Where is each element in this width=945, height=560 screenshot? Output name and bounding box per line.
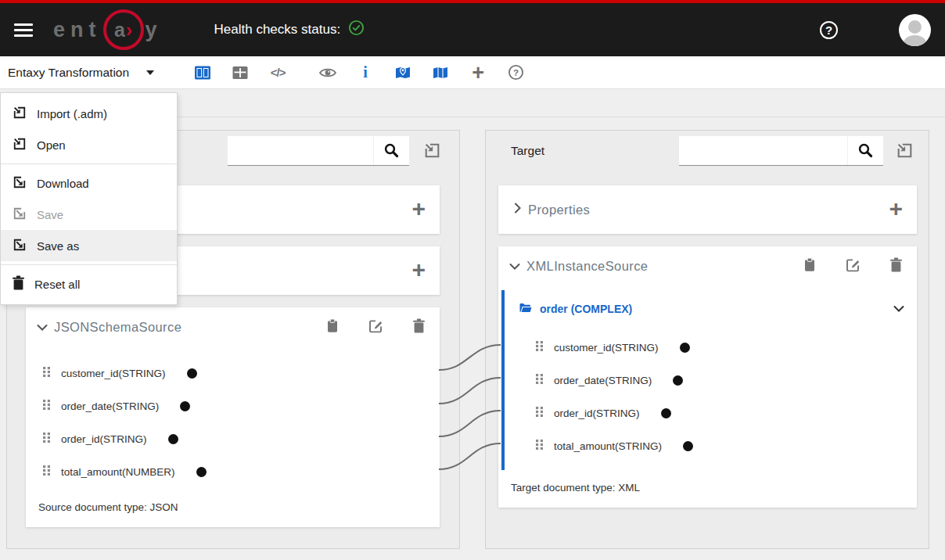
target-search-input[interactable] — [679, 136, 847, 165]
drag-handle-icon[interactable] — [534, 340, 544, 355]
root-node-label: order (COMPLEX) — [540, 303, 632, 315]
field-label: customer_id(STRING) — [554, 342, 659, 354]
help-icon[interactable]: ? — [506, 63, 525, 82]
mapping-anchor-dot[interactable] — [683, 441, 693, 451]
mapping-anchor-dot[interactable] — [168, 434, 178, 444]
menu-item-save: Save — [1, 199, 177, 230]
drag-handle-icon[interactable] — [41, 465, 52, 479]
field-label: customer_id(STRING) — [61, 368, 166, 379]
map-icon[interactable] — [431, 63, 450, 82]
user-avatar[interactable] — [899, 14, 931, 46]
export-icon — [12, 237, 27, 255]
target-properties-section[interactable]: Properties + — [498, 185, 917, 234]
preview-eye-icon[interactable] — [318, 63, 337, 82]
menu-item-download[interactable]: Download — [1, 167, 177, 199]
target-import-icon[interactable] — [895, 141, 914, 163]
folder-open-icon — [519, 302, 532, 317]
field-label: order_id(STRING) — [554, 407, 640, 419]
transformation-toolbar: Entaxy Transformation </> i + ? — [0, 56, 945, 89]
chevron-down-icon[interactable] — [893, 302, 904, 316]
target-field-row[interactable]: total_amount(STRING) — [534, 436, 693, 455]
target-field-row[interactable]: order_date(STRING) — [534, 371, 683, 389]
mapping-anchor-dot[interactable] — [661, 408, 671, 418]
delete-icon[interactable] — [889, 257, 903, 275]
mapping-anchor-dot[interactable] — [680, 343, 690, 353]
import-icon — [12, 105, 27, 123]
copy-clipboard-icon[interactable] — [325, 318, 340, 336]
add-field-icon[interactable]: + — [411, 197, 426, 221]
source-field-row[interactable]: total_amount(NUMBER) — [41, 462, 207, 481]
drag-handle-icon[interactable] — [41, 432, 52, 447]
mapping-anchor-dot[interactable] — [196, 467, 207, 477]
map-marker-icon[interactable] — [393, 63, 412, 82]
target-field-row[interactable]: order_id(STRING) — [534, 404, 671, 422]
copy-clipboard-icon[interactable] — [803, 257, 817, 275]
drag-handle-icon[interactable] — [534, 373, 544, 388]
chevron-down-icon — [146, 70, 154, 75]
source-search-button[interactable] — [373, 136, 409, 165]
target-panel-title: Target — [511, 144, 544, 158]
columns-view-icon[interactable] — [193, 63, 212, 82]
trash-icon — [12, 275, 25, 293]
drag-handle-icon[interactable] — [41, 366, 52, 381]
logo-ring-icon: a› — [103, 9, 144, 50]
menu-item-import[interactable]: Import (.adm) — [1, 98, 177, 129]
mapping-anchor-dot[interactable] — [673, 375, 683, 386]
target-field-row[interactable]: customer_id(STRING) — [534, 338, 690, 357]
mapping-anchor-dot[interactable] — [180, 401, 190, 411]
drag-handle-icon[interactable] — [41, 399, 52, 414]
field-label: total_amount(STRING) — [554, 440, 662, 452]
import-icon — [12, 136, 27, 154]
field-label: total_amount(NUMBER) — [61, 466, 175, 478]
target-panel: Target Properties + — [485, 130, 929, 549]
target-search-button[interactable] — [847, 136, 883, 165]
info-icon[interactable]: i — [356, 63, 375, 82]
menu-item-save-as[interactable]: Save as — [1, 230, 177, 261]
table-view-icon[interactable] — [231, 63, 250, 82]
entaxy-logo: ent a› y — [53, 9, 163, 50]
edit-icon[interactable] — [368, 318, 383, 336]
logo-text: ent — [53, 20, 102, 41]
target-panel-header: Target — [486, 131, 929, 171]
source-field-row[interactable]: order_id(STRING) — [41, 429, 178, 448]
app-header: ent a› y Health checks status: ? — [0, 3, 945, 56]
menu-item-reset-all[interactable]: Reset all — [1, 268, 177, 300]
menu-item-open[interactable]: Open — [1, 129, 177, 160]
mapping-anchor-dot[interactable] — [187, 368, 197, 379]
add-icon[interactable]: + — [469, 63, 487, 82]
field-label: order_id(STRING) — [61, 433, 147, 445]
project-dropdown-menu: Import (.adm) Open Download Save Save as… — [0, 92, 178, 305]
delete-icon[interactable] — [412, 318, 426, 336]
menu-divider — [1, 264, 177, 265]
root-node-row[interactable]: order (COMPLEX) — [519, 300, 904, 318]
chevron-right-icon[interactable] — [514, 203, 522, 217]
field-label: order_date(STRING) — [61, 400, 159, 412]
hamburger-menu-icon[interactable] — [14, 20, 33, 40]
header-help-icon[interactable]: ? — [820, 21, 838, 39]
code-view-icon[interactable]: </> — [268, 63, 287, 82]
health-checks-status: Health checks status: — [214, 20, 365, 40]
field-label: order_date(STRING) — [554, 375, 652, 386]
health-checks-label: Health checks status: — [214, 22, 341, 38]
export-icon — [12, 206, 27, 224]
source-search-input[interactable] — [228, 136, 373, 165]
add-property-icon[interactable]: + — [889, 197, 903, 221]
health-ok-icon — [348, 20, 365, 40]
menu-divider — [1, 163, 177, 164]
target-schema-title: XMLInstanceSource — [526, 259, 648, 274]
source-field-row[interactable]: order_date(STRING) — [41, 397, 190, 415]
drag-handle-icon[interactable] — [534, 406, 544, 421]
source-doc-type: Source document type: JSON — [38, 501, 178, 513]
properties-label: Properties — [528, 203, 590, 217]
drag-handle-icon[interactable] — [534, 439, 544, 454]
source-field-row[interactable]: customer_id(STRING) — [41, 364, 197, 382]
logo-text: y — [146, 20, 163, 41]
chevron-down-icon[interactable] — [37, 321, 48, 335]
edit-icon[interactable] — [846, 257, 861, 275]
add-field-icon[interactable]: + — [411, 258, 426, 282]
export-icon — [12, 174, 27, 192]
chevron-down-icon[interactable] — [509, 260, 520, 274]
target-doc-type: Target document type: XML — [511, 482, 640, 494]
source-import-icon[interactable] — [422, 141, 442, 163]
project-selector[interactable]: Entaxy Transformation — [8, 66, 154, 80]
